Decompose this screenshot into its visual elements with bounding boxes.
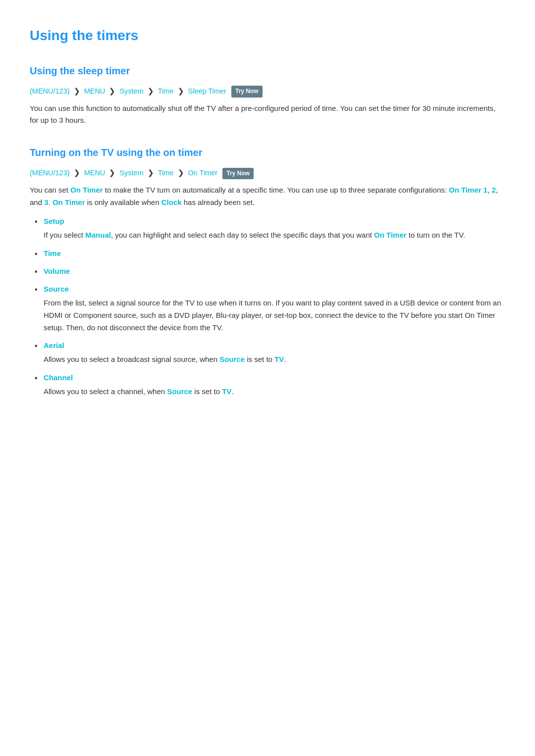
bullet-setup: Setup If you select Manual, you can high… bbox=[35, 215, 505, 242]
on-timer-breadcrumb: (MENU/123) ❯ MENU ❯ System ❯ Time ❯ On T… bbox=[30, 167, 505, 179]
bullet-aerial-label: Aerial bbox=[44, 341, 64, 350]
breadcrumb-menu: MENU bbox=[84, 87, 106, 95]
source-inline-channel: Source bbox=[167, 387, 192, 396]
source-inline-aerial: Source bbox=[219, 355, 245, 363]
arrow2-icon-2: ❯ bbox=[109, 169, 117, 177]
on-timer-inline-4: 3 bbox=[44, 198, 48, 206]
try-now-badge-on[interactable]: Try Now bbox=[222, 168, 254, 179]
try-now-badge-sleep[interactable]: Try Now bbox=[231, 86, 263, 97]
tv-inline-aerial: TV bbox=[274, 355, 284, 363]
arrow2-icon-3: ❯ bbox=[148, 169, 156, 177]
breadcrumb2-menu123: (MENU/123) bbox=[30, 169, 70, 177]
breadcrumb-menu123: (MENU/123) bbox=[30, 87, 70, 95]
bullet-source: Source From the list, select a signal so… bbox=[35, 283, 505, 334]
breadcrumb2-time: Time bbox=[158, 169, 174, 177]
bullet-channel: Channel Allows you to select a channel, … bbox=[35, 372, 505, 398]
arrow2-icon-4: ❯ bbox=[178, 169, 186, 177]
on-timer-section: Turning on the TV using the on timer (ME… bbox=[30, 145, 505, 398]
breadcrumb-system: System bbox=[119, 87, 143, 95]
breadcrumb2-on-timer: On Timer bbox=[188, 169, 218, 177]
sleep-timer-breadcrumb: (MENU/123) ❯ MENU ❯ System ❯ Time ❯ Slee… bbox=[30, 86, 505, 98]
breadcrumb-sleep-timer: Sleep Timer bbox=[188, 87, 226, 95]
bullet-volume: Volume bbox=[35, 265, 505, 277]
sleep-timer-heading: Using the sleep timer bbox=[30, 63, 505, 79]
bullet-source-desc: From the list, select a signal source fo… bbox=[44, 297, 505, 334]
bullet-setup-label: Setup bbox=[44, 217, 64, 225]
bullet-setup-desc: If you select Manual, you can highlight … bbox=[44, 229, 505, 242]
on-timer-inline-1: On Timer bbox=[70, 186, 103, 194]
breadcrumb2-system: System bbox=[119, 169, 143, 177]
breadcrumb2-menu: MENU bbox=[84, 169, 106, 177]
on-timer-inline-3: 2 bbox=[492, 186, 496, 194]
arrow2-icon-1: ❯ bbox=[74, 169, 82, 177]
on-timer-bullet-list: Setup If you select Manual, you can high… bbox=[35, 215, 505, 398]
arrow-icon-4: ❯ bbox=[178, 87, 186, 95]
arrow-icon-2: ❯ bbox=[109, 87, 117, 95]
bullet-time: Time bbox=[35, 248, 505, 259]
on-timer-inline-setup: On Timer bbox=[374, 231, 407, 239]
on-timer-body: You can set On Timer to make the TV turn… bbox=[30, 184, 505, 209]
tv-inline-channel: TV bbox=[222, 387, 231, 396]
arrow-icon-1: ❯ bbox=[74, 87, 82, 95]
on-timer-inline-5: On Timer bbox=[53, 198, 85, 206]
sleep-timer-body: You can use this function to automatical… bbox=[30, 102, 505, 127]
bullet-aerial: Aerial Allows you to select a broadcast … bbox=[35, 340, 505, 366]
bullet-channel-desc: Allows you to select a channel, when Sou… bbox=[44, 386, 505, 398]
on-timer-inline-2: On Timer 1 bbox=[449, 186, 487, 194]
sleep-timer-section: Using the sleep timer (MENU/123) ❯ MENU … bbox=[30, 63, 505, 127]
clock-inline: Clock bbox=[161, 198, 182, 206]
on-timer-heading: Turning on the TV using the on timer bbox=[30, 145, 505, 160]
bullet-source-label: Source bbox=[44, 285, 69, 293]
breadcrumb-time: Time bbox=[158, 87, 174, 95]
bullet-channel-label: Channel bbox=[44, 373, 73, 382]
page-title: Using the timers bbox=[30, 20, 505, 47]
arrow-icon-3: ❯ bbox=[148, 87, 156, 95]
manual-inline: Manual bbox=[85, 231, 111, 239]
bullet-time-label: Time bbox=[44, 249, 61, 257]
bullet-volume-label: Volume bbox=[44, 267, 70, 275]
bullet-aerial-desc: Allows you to select a broadcast signal … bbox=[44, 353, 505, 366]
